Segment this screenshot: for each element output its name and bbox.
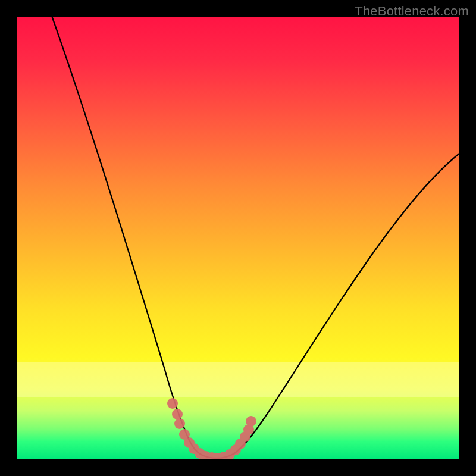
marker-dot [172, 409, 183, 419]
marker-dot [243, 424, 254, 435]
marker-dot [201, 451, 211, 459]
marker-dot [212, 453, 223, 459]
marker-dot [206, 452, 217, 459]
watermark-text: TheBottleneck.com [355, 4, 469, 19]
marker-dot [179, 429, 190, 440]
marker-dot [230, 444, 241, 455]
curve-right-branch [234, 154, 459, 453]
marker-dot [184, 437, 195, 448]
marker-dot [174, 418, 185, 429]
marker-dot [218, 452, 229, 459]
marker-dot [195, 448, 205, 459]
marker-dot [235, 439, 246, 449]
marker-cluster [167, 398, 256, 459]
bottleneck-curve [17, 17, 459, 459]
marker-dot [240, 431, 250, 442]
marker-dot [189, 443, 199, 454]
chart-frame: TheBottleneck.com [0, 0, 476, 476]
marker-dot [224, 449, 235, 459]
marker-dot [246, 416, 256, 427]
highlight-band [17, 362, 459, 397]
marker-dot [167, 398, 178, 409]
plot-area [17, 17, 459, 459]
curve-left-branch [51, 17, 201, 455]
curve-valley [201, 453, 234, 458]
